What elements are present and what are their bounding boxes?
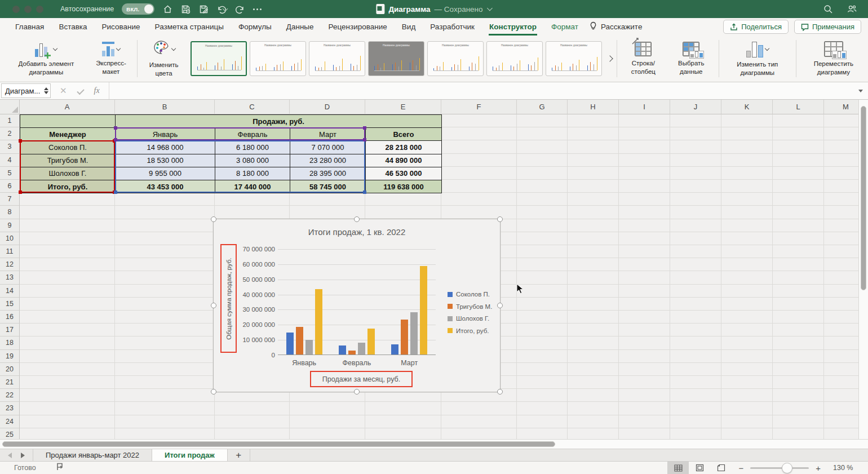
chart-resize-handle[interactable] bbox=[497, 303, 503, 308]
chart-resize-handle[interactable] bbox=[211, 303, 216, 308]
title-dropdown-icon[interactable] bbox=[487, 5, 493, 11]
cancel-icon[interactable]: ✕ bbox=[60, 86, 67, 96]
name-box-spinner[interactable] bbox=[44, 87, 48, 94]
insert-function-icon[interactable]: fx bbox=[94, 86, 100, 95]
table-cell[interactable]: 18 530 000 bbox=[116, 154, 215, 167]
select-all-corner[interactable] bbox=[0, 100, 20, 114]
column-header-D[interactable]: D bbox=[290, 100, 365, 114]
table-cell[interactable]: 14 968 000 bbox=[116, 141, 215, 154]
row-header-2[interactable]: 2 bbox=[0, 127, 20, 140]
sheet-tab-active[interactable]: Итоги продаж bbox=[152, 449, 228, 461]
table-cell[interactable]: 44 890 000 bbox=[366, 154, 442, 167]
table-cell[interactable]: 9 955 000 bbox=[116, 167, 215, 180]
formula-bar-expand-icon[interactable] bbox=[853, 82, 868, 99]
row-header-10[interactable]: 10 bbox=[0, 232, 20, 245]
column-header-I[interactable]: I bbox=[619, 100, 670, 114]
home-icon[interactable] bbox=[162, 4, 172, 14]
column-header-F[interactable]: F bbox=[441, 100, 517, 114]
chart-style-thumbnail-3[interactable]: Название диаграммы bbox=[309, 41, 365, 76]
worksheet-grid[interactable]: ABCDEFGHIJKLM 12345678910111213141516171… bbox=[0, 100, 868, 439]
autosave-toggle[interactable]: ВКЛ. bbox=[122, 3, 154, 15]
next-sheet-arrow-icon[interactable] bbox=[21, 453, 25, 458]
bar-Соколов П.[interactable] bbox=[286, 333, 294, 355]
chart-style-thumbnail-7[interactable]: Название диаграммы bbox=[546, 41, 602, 76]
share-people-icon[interactable] bbox=[847, 4, 857, 14]
table-header-cell[interactable]: Всего bbox=[366, 128, 442, 141]
more-commands-icon[interactable] bbox=[253, 8, 262, 10]
bar-Шолохов Г.[interactable] bbox=[358, 343, 365, 355]
table-cell[interactable]: 8 180 000 bbox=[215, 167, 290, 180]
table-header-cell[interactable]: Февраль bbox=[215, 128, 290, 141]
legend-item[interactable]: Итого, руб. bbox=[448, 327, 492, 334]
tell-me-control[interactable]: Расскажите bbox=[589, 21, 642, 32]
bar-Шолохов Г.[interactable] bbox=[305, 340, 313, 355]
row-header-22[interactable]: 22 bbox=[0, 389, 20, 402]
select-data-button[interactable]: Выбрать данные bbox=[667, 38, 716, 79]
column-header-B[interactable]: B bbox=[115, 100, 215, 114]
redo-icon[interactable] bbox=[235, 4, 245, 14]
row-header-20[interactable]: 20 bbox=[0, 363, 20, 376]
legend-item[interactable]: Шолохов Г. bbox=[448, 315, 492, 322]
ribbon-tab-формат[interactable]: Формат bbox=[544, 18, 586, 36]
row-header-13[interactable]: 13 bbox=[0, 271, 20, 284]
comments-button[interactable]: Примечания bbox=[794, 20, 861, 34]
window-controls[interactable] bbox=[12, 6, 43, 13]
row-header-18[interactable]: 18 bbox=[0, 336, 20, 349]
zoom-slider-knob[interactable] bbox=[782, 463, 792, 473]
keyboard-status-icon[interactable] bbox=[55, 462, 64, 473]
ribbon-tab-разметка-страницы[interactable]: Разметка страницы bbox=[148, 18, 231, 36]
row-header-11[interactable]: 11 bbox=[0, 245, 20, 258]
row-header-17[interactable]: 17 bbox=[0, 324, 20, 336]
formula-input[interactable] bbox=[109, 82, 853, 99]
legend-item[interactable]: Тригубов М. bbox=[448, 303, 492, 310]
row-header-12[interactable]: 12 bbox=[0, 258, 20, 271]
table-cell[interactable]: 28 395 000 bbox=[290, 167, 366, 180]
share-button[interactable]: Поделиться bbox=[723, 20, 789, 34]
chart-title[interactable]: Итоги продаж, 1 кв. 2022 bbox=[214, 227, 500, 237]
gallery-next-button[interactable] bbox=[605, 41, 614, 76]
row-header-6[interactable]: 6 bbox=[0, 180, 20, 193]
row-header-3[interactable]: 3 bbox=[0, 140, 20, 153]
chart-resize-handle[interactable] bbox=[211, 389, 216, 395]
table-cell[interactable]: 3 080 000 bbox=[215, 154, 290, 167]
chart-style-thumbnail-1[interactable]: Название диаграммы bbox=[191, 41, 247, 76]
table-cell[interactable]: 58 745 000 bbox=[290, 180, 366, 193]
vertical-scrollbar[interactable] bbox=[858, 100, 868, 439]
table-cell[interactable]: 119 638 000 bbox=[366, 180, 442, 193]
table-cell[interactable]: Шолохов Г. bbox=[20, 167, 116, 180]
data-table[interactable]: Продажи, руб.МенеджерЯнварьФевральМартВс… bbox=[20, 114, 442, 193]
ribbon-tab-формулы[interactable]: Формулы bbox=[231, 18, 279, 36]
ribbon-tab-вид[interactable]: Вид bbox=[395, 18, 423, 36]
table-cell[interactable]: Итого, руб. bbox=[20, 180, 116, 193]
row-header-5[interactable]: 5 bbox=[0, 167, 20, 180]
table-cell[interactable]: 43 453 000 bbox=[116, 180, 215, 193]
zoom-out-button[interactable]: − bbox=[732, 463, 750, 473]
chart-legend[interactable]: Соколов П.Тригубов М.Шолохов Г.Итого, ру… bbox=[448, 291, 492, 334]
row-header-7[interactable]: 7 bbox=[0, 193, 20, 206]
chart-resize-handle[interactable] bbox=[354, 216, 360, 222]
ribbon-tab-вставка[interactable]: Вставка bbox=[51, 18, 94, 36]
row-header-23[interactable]: 23 bbox=[0, 402, 20, 415]
chart-style-thumbnail-6[interactable]: Название диаграммы bbox=[486, 41, 543, 76]
bar-Итого, руб.[interactable] bbox=[420, 266, 427, 355]
table-header-cell[interactable]: Март bbox=[290, 128, 366, 141]
move-chart-button[interactable]: Переместить диаграмму bbox=[799, 38, 868, 79]
ribbon-tab-главная[interactable]: Главная bbox=[8, 18, 51, 36]
row-header-21[interactable]: 21 bbox=[0, 376, 20, 389]
bar-Соколов П.[interactable] bbox=[339, 345, 346, 355]
prev-sheet-arrow-icon[interactable] bbox=[8, 453, 12, 458]
minimize-window-button[interactable] bbox=[24, 6, 32, 13]
column-header-L[interactable]: L bbox=[773, 100, 824, 114]
row-header-9[interactable]: 9 bbox=[0, 219, 20, 232]
chart-style-thumbnail-5[interactable]: Название диаграммы bbox=[427, 41, 484, 76]
table-cell[interactable]: 17 440 000 bbox=[215, 180, 290, 193]
page-layout-view-button[interactable] bbox=[689, 462, 710, 474]
ribbon-tab-разработчик[interactable]: Разработчик bbox=[423, 18, 482, 36]
bar-Итого, руб.[interactable] bbox=[315, 289, 322, 355]
switch-row-column-button[interactable]: Строка/столбец bbox=[620, 38, 667, 79]
column-header-C[interactable]: C bbox=[215, 100, 290, 114]
zoom-window-button[interactable] bbox=[36, 6, 43, 13]
column-header-A[interactable]: A bbox=[20, 100, 115, 114]
save-as-icon[interactable] bbox=[198, 4, 209, 14]
enter-check-icon[interactable] bbox=[77, 87, 84, 94]
